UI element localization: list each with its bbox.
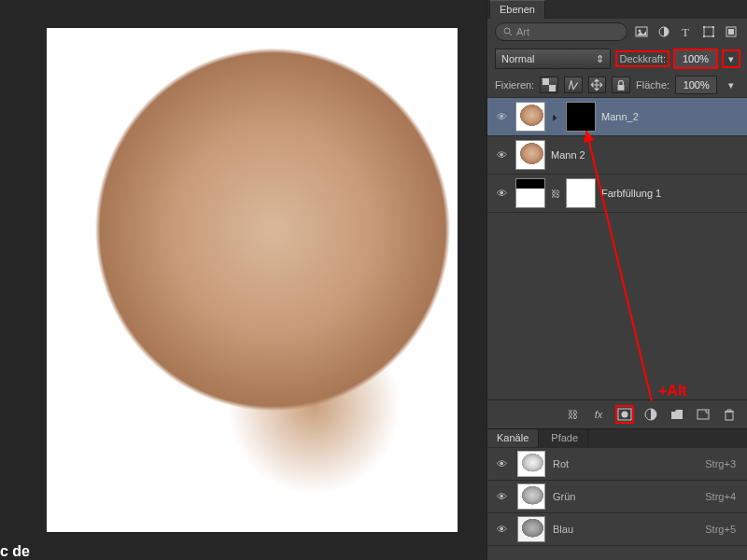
- fill-value[interactable]: 100%: [675, 76, 717, 94]
- svg-rect-15: [618, 85, 625, 91]
- filter-shape-icon[interactable]: [700, 23, 717, 40]
- layer-name[interactable]: Farbfüllung 1: [601, 188, 661, 199]
- link-layers-icon[interactable]: ⛓: [564, 406, 581, 423]
- fill-dropdown-icon[interactable]: ▾: [723, 77, 740, 93]
- channel-shortcut: Strg+5: [705, 524, 736, 535]
- channel-name: Blau: [553, 524, 573, 535]
- layer-name[interactable]: Mann_2: [601, 111, 639, 122]
- svg-rect-19: [698, 410, 709, 419]
- layer-filter-search[interactable]: Art: [495, 22, 627, 41]
- tab-layers[interactable]: Ebenen: [489, 0, 545, 19]
- svg-rect-9: [703, 35, 705, 37]
- watermark-text: c de: [0, 543, 30, 560]
- filter-smartobject-icon[interactable]: [723, 23, 740, 40]
- add-mask-icon[interactable]: [616, 406, 633, 423]
- svg-point-0: [504, 28, 510, 34]
- visibility-eye-icon[interactable]: 👁: [493, 458, 510, 469]
- search-icon: [503, 27, 513, 36]
- layer-fx-icon[interactable]: fx: [590, 406, 607, 423]
- layer-name[interactable]: Mann 2: [551, 149, 585, 161]
- layer-row[interactable]: 👁 ⛓ Farbfüllung 1: [487, 175, 747, 213]
- visibility-eye-icon[interactable]: 👁: [493, 111, 510, 122]
- tab-channels[interactable]: Kanäle: [487, 429, 539, 447]
- filter-pixel-icon[interactable]: [633, 23, 650, 40]
- layers-bottom-bar: ⛓ fx: [487, 399, 747, 428]
- mask-link-icon[interactable]: ⛓: [551, 189, 560, 199]
- canvas-image: [47, 28, 458, 532]
- svg-rect-20: [726, 412, 733, 420]
- svg-text:T: T: [682, 26, 689, 37]
- channel-shortcut: Strg+4: [705, 491, 736, 502]
- delete-layer-icon[interactable]: [721, 406, 738, 423]
- mask-link-icon[interactable]: ⏵: [551, 112, 560, 122]
- opacity-dropdown-icon[interactable]: ▾: [723, 50, 740, 67]
- channel-shortcut: Strg+3: [705, 458, 736, 469]
- svg-line-1: [510, 34, 513, 36]
- lock-transparency-icon[interactable]: [540, 77, 558, 93]
- layer-thumbnail[interactable]: [515, 102, 545, 132]
- svg-rect-10: [712, 35, 714, 37]
- channel-thumbnail: [517, 483, 545, 510]
- channel-row[interactable]: 👁 Grün Strg+4: [487, 481, 747, 513]
- visibility-eye-icon[interactable]: 👁: [493, 491, 510, 502]
- layer-thumbnail[interactable]: [515, 140, 545, 170]
- panel-tab-row: Ebenen: [487, 0, 747, 19]
- filter-adjustment-icon[interactable]: [655, 23, 672, 40]
- svg-point-17: [622, 412, 628, 418]
- lock-label: Fixieren:: [495, 79, 534, 91]
- svg-rect-7: [703, 26, 705, 28]
- tab-paths[interactable]: Pfade: [542, 429, 588, 447]
- svg-rect-12: [728, 29, 734, 35]
- svg-rect-13: [543, 78, 549, 85]
- layer-row[interactable]: 👁 Mann 2: [487, 136, 747, 175]
- opacity-label: Deckkraft:: [616, 51, 669, 66]
- blend-mode-value: Normal: [501, 53, 534, 64]
- layer-mask-thumbnail[interactable]: [566, 102, 596, 132]
- search-placeholder: Art: [516, 26, 529, 37]
- channel-row[interactable]: 👁 Blau Strg+5: [487, 513, 747, 546]
- visibility-eye-icon[interactable]: 👁: [493, 188, 510, 199]
- group-icon[interactable]: [669, 406, 685, 423]
- blend-mode-select[interactable]: Normal ⇕: [495, 49, 611, 69]
- lock-all-icon[interactable]: [612, 77, 630, 93]
- new-layer-icon[interactable]: [695, 406, 712, 423]
- opacity-value[interactable]: 100%: [674, 49, 717, 68]
- filter-type-icon[interactable]: T: [678, 23, 695, 40]
- chevron-updown-icon: ⇕: [596, 53, 604, 65]
- layer-mask-thumbnail[interactable]: [566, 178, 596, 208]
- channel-row[interactable]: 👁 Rot Strg+3: [487, 448, 747, 481]
- channel-thumbnail: [517, 451, 545, 477]
- channel-name: Rot: [553, 458, 569, 469]
- lock-position-icon[interactable]: [588, 77, 607, 93]
- fill-label: Fläche:: [636, 79, 669, 91]
- canvas-area[interactable]: [47, 28, 458, 532]
- channel-name: Grün: [553, 491, 575, 502]
- layers-panel: Ebenen Art T Normal ⇕ Deckkraft: 100% ▾ …: [486, 0, 747, 560]
- channels-panel: Kanäle Pfade 👁 Rot Strg+3 👁 Grün Strg+4 …: [487, 428, 747, 546]
- channel-thumbnail: [517, 516, 545, 542]
- layer-row[interactable]: 👁 ⏵ Mann_2: [487, 98, 747, 136]
- visibility-eye-icon[interactable]: 👁: [493, 524, 510, 535]
- layers-list: 👁 ⏵ Mann_2 👁 Mann 2 👁 ⛓ Farbfüllung 1: [487, 98, 747, 213]
- svg-rect-8: [712, 26, 714, 28]
- svg-rect-6: [704, 27, 713, 36]
- svg-rect-14: [549, 85, 556, 91]
- adjustment-layer-icon[interactable]: [642, 406, 659, 423]
- visibility-eye-icon[interactable]: 👁: [493, 149, 510, 161]
- layer-thumbnail[interactable]: [515, 178, 545, 208]
- lock-pixels-icon[interactable]: [564, 77, 583, 93]
